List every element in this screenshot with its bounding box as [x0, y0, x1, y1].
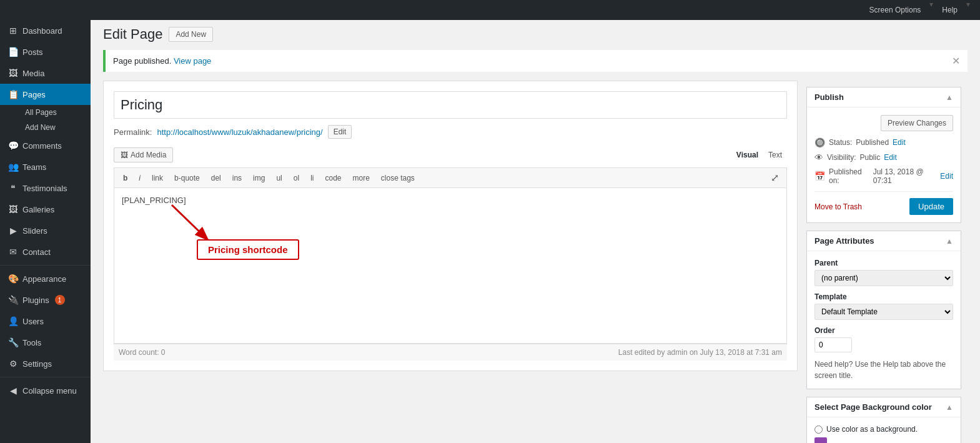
sidebar-item-pages[interactable]: 📋 Pages — [0, 84, 91, 105]
published-edit-link[interactable]: Edit — [940, 172, 953, 181]
status-row: 🔘 Status: Published Edit — [814, 137, 953, 147]
visual-view-button[interactable]: Visual — [731, 149, 763, 161]
editor-container: Permalink: http://localhost/www/luzuk/ak… — [103, 81, 798, 371]
publish-metabox-body: Preview Changes 🔘 Status: Published Edit… — [807, 107, 961, 222]
page-title-input[interactable] — [114, 91, 787, 119]
bg-color-header[interactable]: Select Page Background color ▲ — [807, 397, 961, 417]
sidebar-item-appearance[interactable]: 🎨 Appearance — [0, 268, 91, 289]
code-button[interactable]: code — [320, 171, 346, 185]
publish-metabox: Publish ▲ Preview Changes 🔘 Status: Publ… — [806, 87, 961, 223]
ul-button[interactable]: ul — [271, 171, 287, 185]
publish-notice: Page published. View page ✕ — [103, 50, 968, 72]
sidebar-item-tools[interactable]: 🔧 Tools — [0, 332, 91, 353]
sidebar-item-plugins[interactable]: 🔌 Plugins 1 — [0, 289, 91, 311]
order-row: Order — [814, 326, 953, 352]
sidebar-item-label: Sliders — [22, 226, 47, 236]
published-value: Jul 13, 2018 @ 07:31 — [873, 167, 937, 185]
link-button[interactable]: link — [147, 171, 168, 185]
bold-button[interactable]: b — [118, 171, 132, 185]
permalink-edit-button[interactable]: Edit — [328, 125, 352, 139]
help-text: Need help? Use the Help tab above the sc… — [814, 359, 953, 381]
status-icon: 🔘 — [814, 137, 825, 147]
sidebar-item-label: Teams — [22, 162, 46, 172]
sidebar-item-testimonials[interactable]: ❝ Testimonials — [0, 177, 91, 199]
permalink-url[interactable]: http://localhost/www/luzuk/akhadanew/pri… — [157, 127, 322, 137]
page-attributes-header[interactable]: Page Attributes ▲ — [807, 231, 961, 251]
sidebar-item-posts[interactable]: 📄 Posts — [0, 41, 91, 62]
add-media-button[interactable]: 🖼 Add Media — [114, 147, 173, 162]
template-select[interactable]: Default Template — [814, 304, 953, 320]
page-attributes-body: Parent (no parent) Template Default Temp… — [807, 251, 961, 389]
use-color-label[interactable]: Use color as a background. — [814, 425, 953, 434]
move-to-trash-link[interactable]: Move to Trash — [814, 202, 862, 211]
visibility-label: Visibility: — [827, 153, 856, 162]
testimonials-icon: ❝ — [7, 182, 19, 194]
visibility-edit-link[interactable]: Edit — [884, 153, 897, 162]
last-edited: Last edited by admin on July 13, 2018 at… — [618, 348, 782, 357]
permalink-label: Permalink: — [114, 127, 152, 137]
img-button[interactable]: img — [248, 171, 270, 185]
status-edit-link[interactable]: Edit — [893, 138, 906, 147]
preview-changes-button[interactable]: Preview Changes — [881, 115, 953, 131]
plugins-badge: 1 — [55, 295, 65, 305]
sidebar-item-all-pages[interactable]: All Pages — [17, 105, 91, 120]
sidebar-item-comments[interactable]: 💬 Comments — [0, 135, 91, 156]
posts-icon: 📄 — [7, 46, 19, 57]
visibility-value: Public — [859, 153, 880, 162]
all-pages-label: All Pages — [25, 108, 57, 117]
published-label: Published on: — [829, 167, 869, 185]
del-button[interactable]: del — [206, 171, 226, 185]
li-button[interactable]: li — [305, 171, 319, 185]
add-media-icon: 🖼 — [121, 151, 128, 159]
expand-editor-button[interactable]: ⤢ — [767, 171, 783, 185]
add-new-button[interactable]: Add New — [169, 27, 213, 42]
more-button[interactable]: more — [348, 171, 375, 185]
update-button[interactable]: Update — [909, 198, 953, 215]
sidebar-item-galleries[interactable]: 🖼 Galleries — [0, 199, 91, 220]
svg-line-1 — [172, 205, 209, 241]
sidebar-item-collapse[interactable]: ◀ Collapse menu — [0, 380, 91, 401]
annotation-area: [PLAN_PRICING] — [122, 196, 779, 277]
sidebar-item-teams[interactable]: 👥 Teams — [0, 156, 91, 177]
order-input[interactable] — [814, 337, 852, 352]
sidebar-item-media[interactable]: 🖼 Media — [0, 62, 91, 84]
published-row: 📅 Published on: Jul 13, 2018 @ 07:31 Edi… — [814, 167, 953, 185]
order-label: Order — [814, 326, 953, 335]
dashboard-icon: ⊞ — [7, 25, 19, 36]
calendar-icon: 📅 — [814, 171, 825, 181]
sidebar-item-contact[interactable]: ✉ Contact — [0, 241, 91, 262]
screen-options-button[interactable]: Screen Options — [863, 0, 928, 20]
sidebar-item-add-new[interactable]: Add New — [17, 120, 91, 135]
editor-footer: Word count: 0 Last edited by admin on Ju… — [114, 344, 787, 361]
sidebar-item-sliders[interactable]: ▶ Sliders — [0, 220, 91, 241]
editor-layout: Permalink: http://localhost/www/luzuk/ak… — [103, 81, 968, 443]
toolbar-row: 🖼 Add Media Visual Text — [114, 147, 787, 162]
use-color-radio[interactable] — [814, 426, 823, 434]
bg-color-metabox: Select Page Background color ▲ Use color… — [806, 397, 961, 443]
sidebar-item-label: Media — [22, 69, 44, 78]
sidebar-item-users[interactable]: 👤 Users — [0, 311, 91, 332]
users-icon: 👤 — [7, 316, 19, 327]
bg-color-toggle: ▲ — [946, 403, 953, 412]
view-page-link[interactable]: View page — [174, 56, 211, 66]
add-new-label: Add New — [25, 123, 56, 132]
close-tags-button[interactable]: close tags — [376, 171, 420, 185]
text-view-button[interactable]: Text — [763, 149, 787, 161]
bquote-button[interactable]: b-quote — [169, 171, 205, 185]
bg-color-body: Use color as a background. — [807, 417, 961, 443]
publish-metabox-header[interactable]: Publish ▲ — [807, 87, 961, 107]
sidebar-item-label: Settings — [22, 359, 52, 369]
sidebar-item-dashboard[interactable]: ⊞ Dashboard — [0, 20, 91, 41]
help-button[interactable]: Help — [936, 0, 964, 20]
parent-select[interactable]: (no parent) — [814, 270, 953, 286]
sidebar-item-settings[interactable]: ⚙ Settings — [0, 353, 91, 374]
sliders-icon: ▶ — [7, 225, 19, 236]
editor-body[interactable]: [PLAN_PRICING] — [114, 187, 787, 344]
color-swatch[interactable] — [814, 437, 827, 443]
italic-button[interactable]: i — [134, 171, 146, 185]
notice-close-button[interactable]: ✕ — [952, 55, 960, 67]
visibility-row: 👁 Visibility: Public Edit — [814, 152, 953, 162]
sidebar: ⊞ Dashboard 📄 Posts 🖼 Media 📋 Pages All … — [0, 20, 91, 443]
ins-button[interactable]: ins — [227, 171, 247, 185]
ol-button[interactable]: ol — [289, 171, 304, 185]
